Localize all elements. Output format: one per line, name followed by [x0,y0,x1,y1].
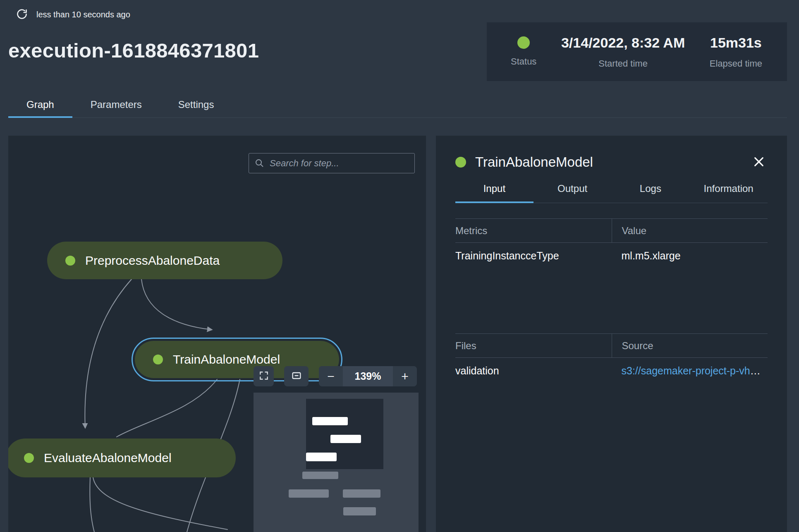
minimap-node [343,489,380,498]
detail-tab-logs[interactable]: Logs [612,183,690,203]
minimap-node [289,489,329,498]
node-label: TrainAbaloneModel [173,352,280,367]
detail-tab-input[interactable]: Input [455,183,533,203]
graph-node-evaluate[interactable]: EvaluateAbaloneModel [8,439,236,477]
started-time-value: 3/14/2022, 8:32 AM [561,35,685,51]
step-detail-title: TrainAbaloneModel [475,154,593,170]
step-search [249,153,415,173]
node-status-dot [24,453,34,463]
status-label: Status [511,56,536,67]
refresh-icon [16,8,28,21]
status-card: Status 3/14/2022, 8:32 AM Started time 1… [487,22,787,81]
table-header-row: Files Source [455,333,768,358]
close-panel-button[interactable] [750,153,768,171]
search-input[interactable] [249,153,415,173]
fit-view-button[interactable] [284,366,309,386]
graph-node-preprocess[interactable]: PreprocessAbaloneData [47,242,282,279]
detail-tab-information[interactable]: Information [689,183,768,203]
metric-value: ml.m5.xlarge [612,250,768,262]
started-time-label: Started time [598,58,648,69]
pipeline-graph-canvas[interactable]: PreprocessAbaloneData TrainAbaloneModel … [8,136,426,532]
execution-status-dot [517,36,530,49]
started-time-column: 3/14/2022, 8:32 AM Started time [561,22,685,81]
tab-settings[interactable]: Settings [160,93,232,118]
zoom-level: 139% [343,366,393,386]
page-title: execution-1618846371801 [8,39,259,62]
files-table: Files Source validation s3://sagemaker-p… [455,333,768,383]
detail-tab-output[interactable]: Output [533,183,612,203]
metric-name: TrainingInstancceType [455,250,612,262]
file-name: validation [455,365,612,377]
refresh-row: less than 10 seconds ago [16,8,130,21]
table-row: TrainingInstancceType ml.m5.xlarge [455,243,768,268]
status-column: Status [511,22,536,81]
column-header: Value [612,219,768,242]
column-header: Files [455,340,612,352]
fullscreen-button[interactable] [254,366,274,386]
minimap-node [302,472,338,479]
column-header: Metrics [455,225,612,237]
step-status-dot [455,157,466,168]
tab-parameters[interactable]: Parameters [72,93,160,118]
step-detail-panel: TrainAbaloneModel Input Output Logs Info… [436,136,787,532]
table-header-row: Metrics Value [455,218,768,243]
minimap-node [343,507,376,515]
s3-source-link[interactable]: s3://sagemaker-project-p-vhcz... [622,365,768,376]
metrics-table: Metrics Value TrainingInstancceType ml.m… [455,218,768,268]
minimap[interactable] [254,393,419,532]
node-status-dot [65,256,75,266]
column-header: Source [612,334,768,357]
zoom-controls: − 139% + [319,366,417,386]
minimap-node [330,435,361,443]
minimap-node [306,453,337,461]
zoom-toolbar: − 139% + [254,366,417,386]
search-icon [254,158,264,168]
tab-graph[interactable]: Graph [8,93,72,118]
node-label: PreprocessAbaloneData [85,254,220,268]
detail-tabs: Input Output Logs Information [455,183,768,203]
node-label: EvaluateAbaloneModel [44,451,172,465]
elapsed-time-value: 15m31s [710,35,762,51]
elapsed-time-column: 15m31s Elapsed time [710,22,762,81]
close-icon [752,155,766,170]
table-row: validation s3://sagemaker-project-p-vhcz… [455,358,768,383]
node-status-dot [153,355,163,364]
last-refreshed-text: less than 10 seconds ago [36,10,130,19]
refresh-button[interactable] [16,8,28,21]
detail-header: TrainAbaloneModel [455,136,768,172]
zoom-out-button[interactable]: − [319,366,343,386]
elapsed-time-label: Elapsed time [710,58,762,69]
view-tabs: Graph Parameters Settings [8,93,787,118]
fullscreen-icon [258,370,269,382]
zoom-in-button[interactable]: + [393,366,417,386]
fit-view-icon [291,370,302,383]
minimap-node [312,417,348,425]
